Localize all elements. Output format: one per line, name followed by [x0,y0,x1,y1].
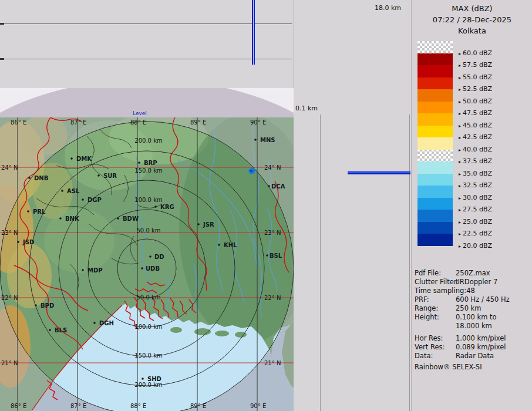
latitude-label-right: 23° N [264,230,281,236]
info-label: Range: [415,304,438,312]
echo-marker-horizontal [348,171,410,174]
longitude-label-bottom: 89° E [190,403,206,409]
scale-row: ▸42.5 dBZ [417,126,453,138]
scale-row: ▸25.0 dBZ [417,210,453,222]
scale-row: ▸22.5 dBZ [417,222,453,234]
latitude-label-right: 24° N [264,164,281,171]
scale-swatch [417,113,453,126]
info-label: Clutter Filter: [415,278,459,286]
radar-map[interactable]: MNSDMKBRPSURDNBDCAASLDGPKRGPRLBDWBNKJSRJ… [0,88,294,411]
scale-row: ▸52.5 dBZ [417,78,453,90]
info-row: 18.000 km [412,322,532,331]
city-label-DMK: DMK [76,156,92,162]
info-row: Clutter Filter:IIRDoppler 7 [412,278,532,287]
scale-swatch [417,89,453,102]
info-label: Height: [415,313,439,321]
scale-row: ▸30.0 dBZ [417,186,453,198]
latitude-label-right: 21° N [264,360,281,366]
scale-row: ▸55.0 dBZ [417,65,453,78]
city-dot-BSL [266,254,268,257]
scale-arrow-icon: ▸ [459,231,461,237]
scale-label: ▸42.5 dBZ [459,133,492,141]
dbz-color-scale: ▸60.0 dBZ▸57.5 dBZ▸55.0 dBZ▸52.5 dBZ▸50.… [417,41,453,246]
city-dot-DCA [268,185,270,187]
scale-swatch [417,78,453,90]
city-dot-SHD [142,378,144,380]
longitude-label-top: 86° E [11,119,26,126]
scale-arrow-icon: ▸ [459,183,461,188]
info-label: PRF: [415,295,429,304]
range-ring-label: 100.0 km [134,324,162,330]
product-title: MAX (dBZ) [412,4,532,13]
cross-section-side-panel: 0.1 km [294,88,411,411]
scale-label: ▸45.0 dBZ [459,122,492,129]
scale-label: ▸35.0 dBZ [459,170,492,177]
scale-label: ▸55.0 dBZ [459,73,492,81]
scale-row: ▸37.5 dBZ [417,150,453,162]
latitude-label-left: 24° N [1,164,18,171]
city-dot-JSD [17,241,19,243]
range-ring-label: 150.0 km [134,352,162,359]
city-dot-BPD [35,304,37,306]
city-dot-BDW [117,217,119,220]
scale-swatch [417,186,453,198]
scale-row: ▸47.5 dBZ [417,102,453,114]
info-row: Height:0.100 km to [412,313,532,322]
scale-swatch [417,198,453,210]
radar-station-name: Kolkata [412,26,532,35]
longitude-label-bottom: 88° E [130,403,146,409]
info-value: 250 km [456,304,481,312]
scale-label: ▸20.0 dBZ [459,242,492,250]
axis-tick [0,58,4,60]
scale-label: ▸32.5 dBZ [459,181,492,189]
city-label-JSR: JSR [203,221,214,228]
city-label-ASL: ASL [67,188,80,194]
scale-row: ▸20.0 dBZ [417,234,453,246]
city-dot-KRG [154,206,157,208]
city-dot-BRP [138,161,140,164]
scale-swatch [417,150,453,162]
city-label-DGH: DGH [99,320,114,326]
scale-row: ▸27.5 dBZ [417,198,453,210]
info-label: Pdf File: [415,269,441,277]
scale-swatch [417,174,453,186]
scale-arrow-icon: ▸ [459,196,461,201]
scale-arrow-icon: ▸ [459,147,461,153]
scale-arrow-icon: ▸ [459,87,461,92]
city-label-MNS: MNS [260,137,275,143]
scale-row: ▸57.5 dBZ [417,53,453,66]
city-dot-BLS [49,329,51,331]
info-row: Pdf File:250Z.max [412,269,532,278]
radar-map-panel[interactable]: MNSDMKBRPSURDNBDCAASLDGPKRGPRLBDWBNKJSRJ… [0,88,294,411]
city-label-DCA: DCA [271,183,285,190]
scale-label: ▸30.0 dBZ [459,194,492,201]
city-label-BDW: BDW [123,215,139,222]
scale-swatch [417,102,453,114]
scale-label: ▸27.5 dBZ [459,206,492,213]
scale-arrow-icon: ▸ [459,75,461,80]
scale-arrow-icon: ▸ [459,171,461,177]
scale-swatch [417,53,453,66]
latitude-label-right: 22° N [264,295,281,301]
level-label: Level [133,110,147,116]
scale-swatch [417,222,453,234]
scale-swatch [417,137,453,150]
city-dot-KHL [218,244,220,246]
scale-row: ▸60.0 dBZ [417,41,453,53]
scale-arrow-icon: ▸ [459,123,461,129]
longitude-label-bottom: 90° E [250,403,266,409]
cross-section-top-panel [0,0,294,88]
info-label: Time sampling:48 [415,287,475,295]
scale-row: ▸45.0 dBZ [417,113,453,126]
city-label-DD: DD [154,254,164,260]
city-label-DGP: DGP [87,197,102,203]
scale-label: ▸50.0 dBZ [459,97,492,105]
echo-marker-vertical [252,0,255,65]
scale-swatch [417,161,453,174]
info-value: 600 Hz / 450 Hz [456,295,510,304]
height-gridline [0,59,292,59]
longitude-label-top: 90° E [250,119,266,126]
scale-arrow-icon: ▸ [459,244,461,249]
scale-arrow-icon: ▸ [459,159,461,164]
range-ring-label: 150.0 km [134,167,162,174]
